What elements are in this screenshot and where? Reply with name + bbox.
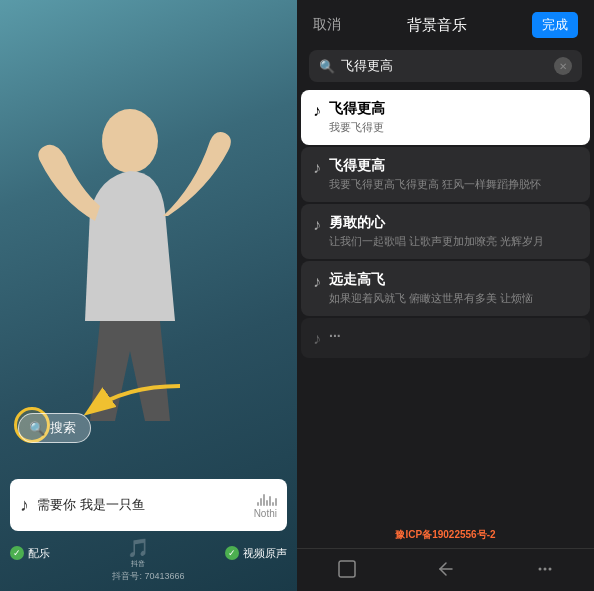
video-check-icon: ✓ (225, 546, 239, 560)
home-icon (337, 559, 357, 579)
home-nav-button[interactable] (335, 557, 359, 581)
done-button[interactable]: 完成 (532, 12, 578, 38)
back-icon (436, 559, 456, 579)
menu-icon (535, 559, 555, 579)
copyright-text: 豫ICP备19022556号-2 (395, 529, 495, 540)
tiktok-logo: 🎵 抖音 (108, 537, 168, 569)
check-icon: ✓ (10, 546, 24, 560)
music-item-subtitle-3: 如果迎着风就飞 俯瞰这世界有多美 让烦恼 (329, 291, 578, 306)
svg-point-0 (102, 109, 158, 173)
svg-point-4 (543, 568, 546, 571)
music-item-icon-3: ♪ (313, 273, 321, 291)
right-panel: 取消 背景音乐 完成 🔍 飞得更高 ✕ ♪ 飞得更高 我要飞得更 ♪ 飞得更高 … (297, 0, 594, 591)
search-label: 搜索 (50, 419, 76, 437)
right-nav: 取消 背景音乐 完成 (297, 0, 594, 46)
copyright-bar: 豫ICP备19022556号-2 (297, 518, 594, 548)
music-item-1[interactable]: ♪ 飞得更高 我要飞得更高飞得更高 狂风一样舞蹈挣脱怀 (301, 147, 590, 202)
search-button[interactable]: 🔍 搜索 (18, 413, 91, 443)
music-item-4[interactable]: ♪ ··· (301, 318, 590, 358)
music-item-subtitle-0: 我要飞得更 (329, 120, 578, 135)
music-bar[interactable]: ♪ 需要你 我是一只鱼 Nothi (10, 479, 287, 531)
music-control[interactable]: ✓ 配乐 (10, 546, 50, 561)
svg-rect-2 (339, 561, 355, 577)
music-item-name-2: 勇敢的心 (329, 214, 578, 232)
cancel-button[interactable]: 取消 (313, 16, 341, 34)
tiktok-brand: 抖音 (108, 559, 168, 569)
music-item-icon-2: ♪ (313, 216, 321, 234)
search-icon: 🔍 (29, 421, 45, 436)
music-bar-title: 需要你 我是一只鱼 (37, 496, 246, 514)
search-bar-input[interactable]: 飞得更高 (341, 57, 548, 75)
music-item-name-1: 飞得更高 (329, 157, 578, 175)
music-item-icon-0: ♪ (313, 102, 321, 120)
person-silhouette (0, 41, 297, 541)
bottom-controls: ✓ 配乐 🎵 抖音 ✓ 视频原声 (10, 537, 287, 569)
nav-title: 背景音乐 (407, 16, 467, 35)
music-bar-right: Nothi (254, 492, 277, 519)
music-item-subtitle-2: 让我们一起歌唱 让歌声更加加嘹亮 光辉岁月 (329, 234, 578, 249)
nav-bottom (297, 548, 594, 591)
search-clear-button[interactable]: ✕ (554, 57, 572, 75)
music-item-icon-1: ♪ (313, 159, 321, 177)
music-item-info-4: ··· (329, 328, 578, 344)
video-control[interactable]: ✓ 视频原声 (225, 546, 287, 561)
music-item-name-3: 远走高飞 (329, 271, 578, 289)
menu-nav-button[interactable] (533, 557, 557, 581)
music-item-subtitle-1: 我要飞得更高飞得更高 狂风一样舞蹈挣脱怀 (329, 177, 578, 192)
video-control-label: 视频原声 (243, 546, 287, 561)
search-bar-icon: 🔍 (319, 59, 335, 74)
left-panel: 🔍 搜索 ♪ 需要你 我是一只鱼 Nothi ✓ 配乐 🎵 抖音 (0, 0, 297, 591)
back-nav-button[interactable] (434, 557, 458, 581)
music-item-icon-4: ♪ (313, 330, 321, 348)
music-item-name-4: ··· (329, 328, 578, 344)
music-item-info-3: 远走高飞 如果迎着风就飞 俯瞰这世界有多美 让烦恼 (329, 271, 578, 306)
music-item-3[interactable]: ♪ 远走高飞 如果迎着风就飞 俯瞰这世界有多美 让烦恼 (301, 261, 590, 316)
svg-point-5 (548, 568, 551, 571)
music-item-name-0: 飞得更高 (329, 100, 578, 118)
waveform (257, 492, 277, 506)
music-item-info-0: 飞得更高 我要飞得更 (329, 100, 578, 135)
music-item-info-2: 勇敢的心 让我们一起歌唱 让歌声更加加嘹亮 光辉岁月 (329, 214, 578, 249)
music-note-icon: ♪ (20, 495, 29, 516)
music-item-info-1: 飞得更高 我要飞得更高飞得更高 狂风一样舞蹈挣脱怀 (329, 157, 578, 192)
music-list: ♪ 飞得更高 我要飞得更 ♪ 飞得更高 我要飞得更高飞得更高 狂风一样舞蹈挣脱怀… (297, 90, 594, 518)
music-right-label: Nothi (254, 508, 277, 519)
music-control-label: 配乐 (28, 546, 50, 561)
search-bar[interactable]: 🔍 飞得更高 ✕ (309, 50, 582, 82)
music-item-2[interactable]: ♪ 勇敢的心 让我们一起歌唱 让歌声更加加嘹亮 光辉岁月 (301, 204, 590, 259)
music-item-0[interactable]: ♪ 飞得更高 我要飞得更 (301, 90, 590, 145)
svg-point-3 (538, 568, 541, 571)
tiktok-watermark: 抖音号: 70413666 (112, 570, 184, 583)
